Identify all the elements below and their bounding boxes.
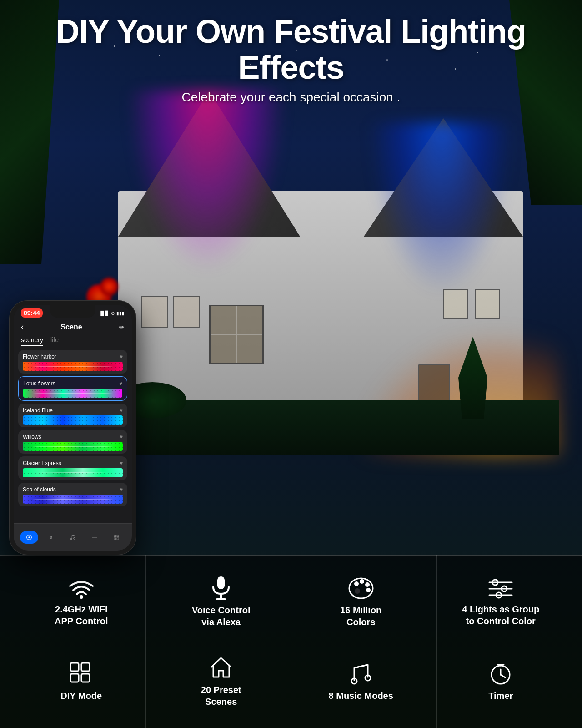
svg-rect-31	[81, 674, 90, 682]
window-center	[209, 305, 264, 364]
sub-title: Celebrate your each special occasion .	[0, 90, 582, 105]
scene-bar-glacier	[23, 468, 123, 477]
svg-rect-28	[70, 663, 79, 671]
scene-item-sea-header: Sea of clouds ♥	[23, 486, 123, 493]
wifi-label: 2.4GHz WiFiAPP Control	[55, 603, 108, 627]
music-icon	[350, 661, 372, 686]
tab-life[interactable]: life	[50, 336, 59, 346]
sliders-icon	[487, 577, 514, 600]
svg-point-12	[80, 595, 83, 599]
diy-label: DIY Mode	[60, 690, 102, 702]
svg-rect-30	[70, 674, 79, 682]
wifi-icon	[68, 577, 95, 600]
grid-icon	[69, 661, 94, 686]
timer-label: Timer	[488, 690, 513, 702]
scene-name-willows: Willows	[23, 434, 41, 440]
svg-point-4	[74, 537, 75, 539]
svg-point-21	[355, 588, 360, 594]
scene-item-iceland-header: Iceland Blue ♥	[23, 407, 123, 414]
feature-voice: Voice Controlvia Alexa	[154, 564, 289, 639]
nav-bulb[interactable]	[42, 531, 60, 544]
svg-rect-9	[117, 535, 119, 536]
phone-mockup: 09:44 ▐▌▊ ⊙ ▮▮▮ ‹ Scene ✏ scenery life	[9, 300, 136, 555]
edit-button[interactable]: ✏	[119, 324, 125, 331]
palette-icon	[347, 576, 375, 601]
nav-grid-btn[interactable]	[107, 531, 125, 544]
scene-name-flower-harbor: Flower harbor	[23, 354, 56, 360]
home-icon	[209, 655, 234, 680]
phone-screen: 09:44 ▐▌▊ ⊙ ▮▮▮ ‹ Scene ✏ scenery life	[14, 305, 132, 551]
phone-time: 09:44	[21, 308, 43, 318]
scene-item-willows-header: Willows ♥	[23, 434, 123, 440]
scene-item-flower-harbor[interactable]: Flower harbor ♥	[18, 350, 127, 374]
features-h-divider	[0, 642, 582, 642]
window-left-2	[173, 296, 200, 328]
scene-bar-sea	[23, 495, 123, 504]
svg-point-0	[28, 536, 30, 538]
phone-status-icons: ▐▌▊ ⊙ ▮▮▮	[99, 311, 125, 316]
svg-point-2	[50, 536, 52, 538]
tab-scenery[interactable]: scenery	[21, 336, 43, 346]
window-left-1	[141, 296, 168, 328]
scene-header-title: Scene	[60, 323, 82, 331]
scene-item-willows[interactable]: Willows ♥	[18, 430, 127, 454]
scene-item-glacier-header: Glacier Express ♥	[23, 460, 123, 466]
clock-icon	[488, 661, 513, 686]
nav-power[interactable]	[20, 531, 38, 544]
feature-wifi: 2.4GHz WiFiAPP Control	[14, 564, 149, 639]
signal-icon: ▐▌▊	[99, 311, 109, 316]
scene-name-lotus: Lotus flowers	[23, 380, 55, 387]
glow-pink	[127, 91, 286, 273]
scene-item-sea[interactable]: Sea of clouds ♥	[18, 483, 127, 506]
svg-point-18	[360, 579, 364, 584]
header-section: DIY Your Own Festival Lighting Effects C…	[0, 14, 582, 105]
heart-icon-glacier[interactable]: ♥	[120, 460, 123, 466]
scene-item-lotus[interactable]: Lotus flowers ♥	[18, 376, 127, 401]
heart-icon-iceland[interactable]: ♥	[120, 407, 123, 414]
svg-line-37	[501, 675, 505, 677]
features-section: 2.4GHz WiFiAPP Control Voice Controlvia …	[0, 555, 582, 728]
scene-item-lotus-header: Lotus flowers ♥	[23, 380, 122, 387]
scene-bar-flower	[23, 362, 123, 371]
scene-list: Flower harbor ♥ Lotus flowers ♥	[14, 348, 132, 508]
svg-rect-29	[81, 663, 90, 671]
nav-music[interactable]	[64, 531, 82, 544]
scene-bar-iceland	[23, 415, 123, 425]
heart-icon-flower[interactable]: ♥	[120, 354, 123, 360]
scene-name-sea: Sea of clouds	[23, 486, 56, 493]
heart-icon-willows[interactable]: ♥	[120, 434, 123, 440]
nav-list[interactable]	[85, 531, 104, 544]
scene-item-iceland[interactable]: Iceland Blue ♥	[18, 404, 127, 427]
scene-tabs: scenery life	[14, 334, 132, 348]
mic-icon	[210, 576, 232, 601]
scenes-label: 20 PresetScenes	[201, 684, 241, 708]
music-label: 8 Music Modes	[329, 690, 393, 702]
heart-icon-sea[interactable]: ♥	[120, 486, 123, 493]
back-button[interactable]: ‹	[21, 322, 24, 332]
svg-point-19	[365, 582, 370, 587]
svg-rect-13	[217, 576, 225, 589]
feature-timer: Timer	[433, 644, 569, 719]
svg-point-17	[354, 581, 359, 586]
wifi-status-icon: ⊙	[111, 311, 115, 316]
feature-music: 8 Music Modes	[293, 644, 429, 719]
svg-point-20	[366, 588, 371, 592]
svg-line-32	[354, 665, 368, 668]
heart-icon-lotus[interactable]: ♥	[119, 380, 122, 387]
colors-label: 16 MillionColors	[340, 604, 381, 628]
feature-colors: 16 MillionColors	[293, 564, 429, 639]
phone-outer-shell: 09:44 ▐▌▊ ⊙ ▮▮▮ ‹ Scene ✏ scenery life	[9, 300, 136, 555]
window-right-1	[443, 289, 468, 318]
svg-point-3	[70, 538, 72, 540]
scene-item-glacier[interactable]: Glacier Express ♥	[18, 456, 127, 480]
scene-name-iceland: Iceland Blue	[23, 407, 53, 414]
glow-blue	[368, 123, 514, 296]
phone-bottom-nav	[14, 523, 132, 551]
phone-notch	[50, 305, 95, 318]
battery-icon: ▮▮▮	[116, 311, 125, 316]
scene-name-glacier: Glacier Express	[23, 460, 61, 466]
scene-bar-willows	[23, 442, 123, 451]
house-area	[82, 82, 559, 455]
string-lights-bottom	[119, 235, 522, 238]
group-label: 4 Lights as Groupto Control Color	[462, 603, 539, 627]
